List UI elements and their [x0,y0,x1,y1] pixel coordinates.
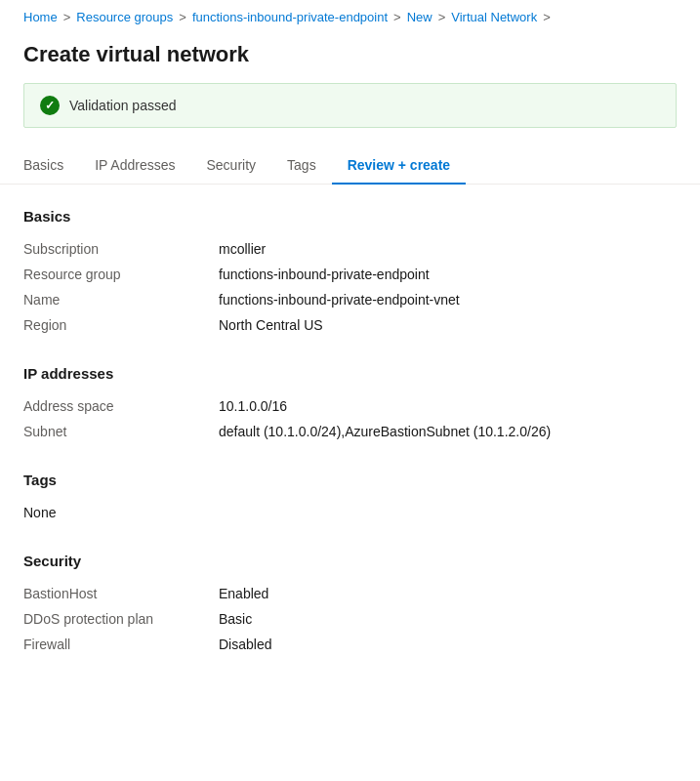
breadcrumb-virtual-network[interactable]: Virtual Network [451,10,537,24]
tags-section-title: Tags [23,472,677,488]
breadcrumb-sep-1: > [63,10,71,24]
breadcrumb-resource-group[interactable]: functions-inbound-private-endpoint [192,10,388,24]
breadcrumb-sep-3: > [393,10,401,24]
tab-ip-addresses[interactable]: IP Addresses [79,147,190,185]
breadcrumb: Home > Resource groups > functions-inbou… [0,0,700,34]
breadcrumb-home[interactable]: Home [23,10,58,24]
field-name-label: Name [23,292,219,308]
field-region-value: North Central US [219,317,323,333]
field-region-label: Region [23,317,219,333]
tab-tags[interactable]: Tags [271,147,332,185]
field-subscription-value: mcollier [219,241,266,257]
field-subnet-label: Subnet [23,424,219,439]
field-resource-group: Resource group functions-inbound-private… [23,262,677,287]
basics-section: Basics Subscription mcollier Resource gr… [23,208,677,338]
validation-banner: Validation passed [23,83,677,128]
field-ddos-label: DDoS protection plan [23,611,219,627]
field-resource-group-value: functions-inbound-private-endpoint [219,267,430,282]
tab-review-create[interactable]: Review + create [332,147,466,185]
breadcrumb-sep-5: > [543,10,551,24]
content-area: Basics Subscription mcollier Resource gr… [0,208,700,657]
page-header: Create virtual network [0,34,700,83]
field-firewall: Firewall Disabled [23,632,677,657]
field-firewall-label: Firewall [23,637,219,652]
breadcrumb-sep-4: > [438,10,446,24]
breadcrumb-new[interactable]: New [407,10,432,24]
field-firewall-value: Disabled [219,637,271,652]
field-subnet-value: default (10.1.0.0/24),AzureBastionSubnet… [219,424,551,439]
field-name: Name functions-inbound-private-endpoint-… [23,287,677,312]
ip-addresses-section: IP addresses Address space 10.1.0.0/16 S… [23,365,677,444]
tags-section: Tags None [23,472,677,525]
breadcrumb-resource-groups[interactable]: Resource groups [76,10,173,24]
ip-addresses-section-title: IP addresses [23,365,677,382]
field-address-space-value: 10.1.0.0/16 [219,398,287,414]
breadcrumb-sep-2: > [179,10,186,24]
field-subscription: Subscription mcollier [23,236,677,262]
field-region: Region North Central US [23,312,677,338]
validation-icon [40,96,60,115]
field-subnet: Subnet default (10.1.0.0/24),AzureBastio… [23,419,677,444]
field-tags-value: None [23,505,56,520]
security-section: Security BastionHost Enabled DDoS protec… [23,553,677,657]
field-tags-none: None [23,500,677,525]
tabs-container: Basics IP Addresses Security Tags Review… [0,147,700,185]
field-name-value: functions-inbound-private-endpoint-vnet [219,292,460,308]
field-ddos: DDoS protection plan Basic [23,606,677,632]
field-bastion-host-value: Enabled [219,586,268,601]
field-address-space-label: Address space [23,398,219,414]
field-subscription-label: Subscription [23,241,219,257]
tab-basics[interactable]: Basics [23,147,79,185]
tab-security[interactable]: Security [190,147,271,185]
security-section-title: Security [23,553,677,569]
validation-text: Validation passed [69,98,176,113]
page-title: Create virtual network [23,42,677,67]
basics-section-title: Basics [23,208,677,225]
field-bastion-host-label: BastionHost [23,586,219,601]
field-address-space: Address space 10.1.0.0/16 [23,393,677,419]
field-resource-group-label: Resource group [23,267,219,282]
field-bastion-host: BastionHost Enabled [23,581,677,606]
field-ddos-value: Basic [219,611,252,627]
